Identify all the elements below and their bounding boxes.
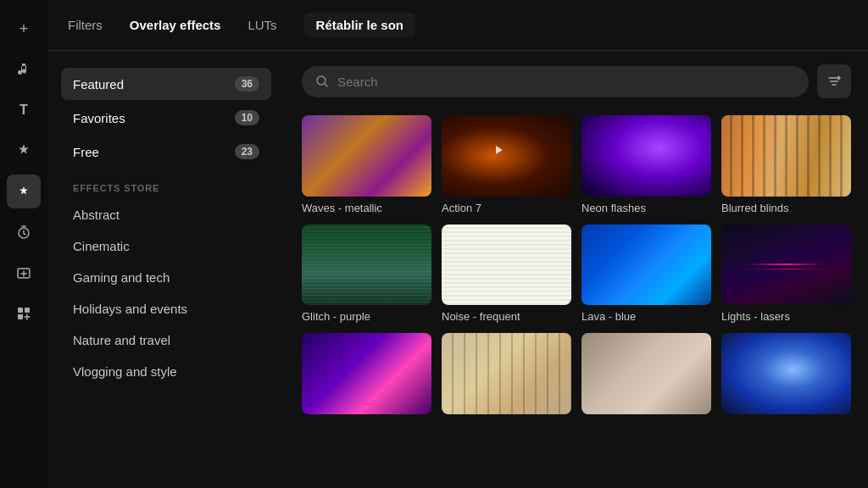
effects-store-header: EFFECTS STORE — [61, 169, 271, 200]
effects-grid: Waves - metallic Action 7 Neon flashes — [302, 115, 851, 419]
category-featured[interactable]: Featured 36 — [61, 68, 271, 100]
category-free[interactable]: Free 23 — [61, 136, 271, 168]
search-row — [302, 64, 851, 98]
effect-waves-metallic[interactable]: Waves - metallic — [302, 115, 431, 214]
effects-icon[interactable] — [7, 134, 41, 168]
add-icon[interactable]: + — [7, 12, 41, 46]
effect-lights[interactable]: Lights - lasers — [721, 225, 851, 324]
thumb-bottom4 — [721, 333, 851, 414]
thumb-bottom3 — [581, 333, 711, 414]
content-area: Featured 36 Favorites 10 Free 23 EFFECTS… — [47, 51, 868, 488]
magic-icon[interactable] — [7, 175, 41, 208]
left-panel: Featured 36 Favorites 10 Free 23 EFFECTS… — [47, 51, 285, 488]
effect-bottom2[interactable] — [442, 333, 571, 419]
effect-action[interactable]: Action 7 — [442, 115, 571, 214]
svg-rect-4 — [18, 314, 23, 319]
store-gaming[interactable]: Gaming and tech — [61, 263, 271, 292]
thumb-glitch — [302, 225, 431, 306]
svg-rect-2 — [18, 308, 23, 313]
thumb-lights — [721, 225, 851, 306]
svg-rect-3 — [25, 308, 30, 313]
thumb-action — [442, 115, 571, 197]
effect-label: Neon flashes — [581, 202, 711, 214]
effect-neon[interactable]: Neon flashes — [581, 115, 711, 214]
store-nature[interactable]: Nature and travel — [61, 325, 271, 355]
effect-blurred[interactable]: Blurred blinds — [721, 115, 851, 214]
music-icon[interactable] — [7, 53, 41, 86]
nav-filters[interactable]: Filters — [68, 14, 103, 36]
effect-noise[interactable]: Noise - frequent — [442, 225, 571, 324]
thumb-bottom2 — [442, 333, 571, 414]
sort-icon — [826, 74, 842, 89]
effect-bottom4[interactable] — [721, 333, 851, 419]
store-cinematic[interactable]: Cinematic — [61, 231, 271, 261]
category-favorites[interactable]: Favorites 10 — [61, 102, 271, 134]
thumb-blurred — [721, 115, 851, 197]
store-vlogging[interactable]: Vlogging and style — [61, 357, 271, 386]
search-bar[interactable] — [302, 66, 809, 97]
effect-label: Action 7 — [442, 202, 571, 214]
thumb-noise — [442, 225, 571, 306]
search-input[interactable] — [337, 75, 795, 89]
effect-bottom1[interactable] — [302, 333, 431, 419]
effect-label: Noise - frequent — [442, 310, 571, 323]
effect-label: Glitch - purple — [302, 310, 431, 323]
effect-bottom3[interactable] — [581, 333, 711, 419]
effect-glitch[interactable]: Glitch - purple — [302, 225, 431, 324]
nav-retablir[interactable]: Rétablir le son — [304, 13, 415, 37]
store-abstract[interactable]: Abstract — [61, 200, 271, 230]
nav-luts[interactable]: LUTs — [248, 14, 276, 36]
apps-icon[interactable] — [7, 297, 41, 330]
timer-icon[interactable] — [7, 215, 41, 249]
search-icon — [315, 75, 329, 88]
effect-label: Waves - metallic — [302, 202, 431, 214]
text-icon[interactable]: T — [7, 93, 41, 127]
effect-label: Blurred blinds — [721, 202, 851, 214]
icon-sidebar: + T — [0, 0, 47, 488]
thumb-bottom1 — [302, 333, 431, 414]
thumb-neon — [581, 115, 711, 197]
thumb-lava — [581, 225, 711, 306]
effect-label: Lava - blue — [581, 310, 711, 323]
top-nav: Filters Overlay effects LUTs Rétablir le… — [47, 0, 868, 51]
right-panel: Waves - metallic Action 7 Neon flashes — [285, 51, 868, 488]
sort-button[interactable] — [817, 64, 851, 98]
main-area: Filters Overlay effects LUTs Rétablir le… — [47, 0, 868, 488]
thumb-waves — [302, 115, 431, 197]
addclip-icon[interactable] — [7, 256, 41, 290]
effect-lava[interactable]: Lava - blue — [581, 225, 711, 324]
store-holidays[interactable]: Holidays and events — [61, 294, 271, 324]
nav-overlay-effects[interactable]: Overlay effects — [130, 14, 221, 36]
effect-label: Lights - lasers — [721, 310, 851, 323]
